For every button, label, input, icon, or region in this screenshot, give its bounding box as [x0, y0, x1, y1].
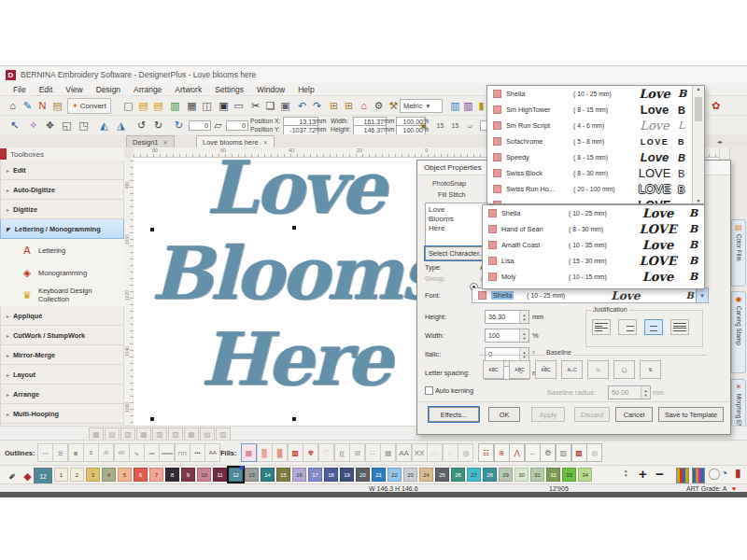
current-color-swatch[interactable]: 12: [34, 468, 52, 484]
dock-tab[interactable]: ▤ Color Film: [731, 219, 746, 287]
fill-stitch-button[interactable]: █: [272, 443, 288, 462]
palette-swatch[interactable]: 12: [229, 468, 243, 482]
embellishment-button[interactable]: ◍: [586, 443, 602, 462]
font-option[interactable]: Shella ( 10 - 25 mm) Love B: [487, 86, 693, 102]
fill-stitch-button[interactable]: ▩: [288, 443, 303, 462]
outline-stitch-button[interactable]: ▬▬: [159, 443, 175, 462]
width-input[interactable]: 100▲▼: [485, 329, 529, 343]
font-option[interactable]: Lisa ( 15 - 30 mm) LOVE B: [483, 253, 704, 269]
toolbox-tool[interactable]: ♛ Keyboard Design Collection: [0, 284, 124, 306]
pattern-icon[interactable]: ▦: [89, 427, 104, 441]
embellishment-button[interactable]: ⚙: [540, 443, 556, 462]
toolbox-section[interactable]: ▸Edit: [0, 161, 124, 180]
selection-handle[interactable]: [150, 228, 154, 231]
baseline-radius-input[interactable]: 50.00▲▼: [608, 385, 651, 399]
palette-swatch[interactable]: 26: [451, 468, 465, 482]
palette-swatch[interactable]: 27: [467, 468, 481, 482]
pattern-icon[interactable]: ▦: [184, 427, 199, 441]
selection-handle[interactable]: [150, 417, 154, 421]
discard-button[interactable]: Discard: [574, 407, 610, 422]
toolbox-section[interactable]: ▸CutWork / StumpWork: [0, 326, 124, 345]
outline-stitch-button[interactable]: ///: [98, 443, 114, 462]
selection-handle[interactable]: [292, 417, 296, 421]
baseline-button[interactable]: AB͜C: [509, 360, 530, 379]
palette-swatch[interactable]: 5: [118, 468, 132, 482]
font-option[interactable]: Amalfi Coast ( 10 - 35 mm) Love B: [483, 237, 704, 253]
justify-left-button[interactable]: [592, 319, 611, 335]
palette-swatch[interactable]: 3: [86, 468, 100, 482]
palette-swatch[interactable]: 13: [245, 468, 259, 482]
add-color-button[interactable]: +: [639, 466, 647, 482]
hoop-icon[interactable]: ▣: [415, 117, 432, 134]
palette-swatch[interactable]: 24: [419, 468, 433, 482]
embellishment-button[interactable]: ≋: [494, 443, 510, 462]
outline-stitch-button[interactable]: ≣: [68, 443, 84, 462]
thread-spool-icon[interactable]: ▮: [735, 467, 741, 480]
palette-swatch[interactable]: 23: [403, 468, 417, 482]
palette-swatch[interactable]: 21: [372, 468, 386, 482]
pattern-icon[interactable]: ▤: [105, 427, 120, 441]
dropdown-scrollbar[interactable]: ▲ ▼: [692, 86, 704, 203]
palette-swatch[interactable]: 29: [499, 468, 513, 482]
rotate-ccw45-icon[interactable]: ↺: [133, 117, 150, 134]
font-option[interactable]: Sm HighTower ( 8 - 15 mm) Love B: [487, 102, 693, 118]
fill-stitch-button[interactable]: ((: [334, 443, 350, 462]
flower-pot-icon[interactable]: ✿: [707, 97, 725, 115]
selection-handle[interactable]: [292, 226, 296, 230]
embellishment-button[interactable]: ☷: [478, 443, 494, 462]
palette-swatch[interactable]: 9: [181, 468, 195, 482]
outline-stitch-button[interactable]: ∿: [129, 443, 145, 462]
thread-chart-icon[interactable]: [692, 468, 705, 483]
palette-swatch[interactable]: 7: [149, 468, 163, 482]
font-option[interactable]: Sofachrome ( 5 - 8 mm) LOVE B: [487, 133, 693, 149]
remove-color-button[interactable]: −: [655, 466, 664, 482]
toolbox-section[interactable]: ▸Mirror-Merge: [0, 345, 124, 365]
menu-item[interactable]: Arrange: [134, 85, 162, 94]
paste-icon[interactable]: ▣: [276, 97, 294, 115]
palette-swatch[interactable]: 30: [514, 468, 529, 482]
baseline-button[interactable]: ⬭: [587, 360, 609, 379]
palette-swatch[interactable]: 32: [546, 468, 560, 482]
scroll-arrows-icon[interactable]: ◂▸: [717, 138, 723, 145]
fill-stitch-button[interactable]: ◍: [458, 443, 473, 462]
palette-swatch[interactable]: 18: [324, 468, 338, 482]
skew-angle-field[interactable]: 0: [226, 120, 248, 131]
print-preview-icon[interactable]: ◫: [198, 97, 216, 115]
palette-swatch[interactable]: 17: [308, 468, 322, 482]
color-wheel-icon[interactable]: ◔: [721, 467, 727, 480]
embroidery-lettering[interactable]: Love Blooms Here: [141, 145, 449, 402]
scale-down-icon[interactable]: ◱: [58, 117, 76, 134]
palette-swatch[interactable]: 10: [197, 468, 211, 482]
menu-item[interactable]: View: [65, 85, 82, 94]
card-reader-icon[interactable]: ▭: [230, 97, 247, 115]
effects-button[interactable]: Effects...: [429, 407, 479, 422]
embellishment-button[interactable]: ⋀: [509, 443, 525, 462]
palette-swatch[interactable]: 1: [54, 468, 68, 482]
font-option[interactable]: Speedy ( 8 - 15 mm) Love B: [487, 149, 693, 165]
palette-swatch[interactable]: 2: [70, 468, 84, 482]
embellishment-button[interactable]: ▩: [571, 443, 587, 462]
select-character-button[interactable]: Select Character...: [425, 246, 488, 260]
menu-item[interactable]: File: [13, 85, 26, 94]
toolbox-section[interactable]: ▸Multi-Hooping: [0, 404, 124, 424]
fill-stitch-button[interactable]: ♡: [318, 443, 334, 462]
toolbox-tool[interactable]: ◈ Monogramming: [0, 261, 124, 284]
convert-button[interactable]: ✦ Convert: [67, 98, 111, 114]
hide-colors-icon[interactable]: ◯: [708, 467, 720, 480]
toolbox-section[interactable]: ▸Auto-Digitize: [0, 180, 124, 200]
palette-spinner[interactable]: ▲▼: [624, 469, 627, 478]
menu-item[interactable]: Window: [257, 85, 285, 94]
fill-stitch-button[interactable]: ▦: [241, 443, 257, 462]
font-option[interactable]: Sm Run Script ( 4 - 6 mm) Love L: [487, 118, 693, 133]
menu-item[interactable]: Help: [298, 85, 314, 94]
fill-stitch-button[interactable]: AA: [396, 443, 412, 462]
toolbox-section[interactable]: ▸Digitize: [0, 200, 124, 219]
baseline-button[interactable]: ⇅: [640, 360, 661, 379]
rotate-cw45-icon[interactable]: ↻: [149, 117, 167, 134]
tab-photosnap[interactable]: PhotoSnap: [432, 179, 466, 188]
outline-stitch-button[interactable]: ⊓⊓: [175, 443, 190, 462]
save-to-template-button[interactable]: Save to Template: [658, 407, 724, 422]
save-design-icon[interactable]: ▥: [166, 97, 184, 115]
palette-swatch[interactable]: 16: [292, 468, 306, 482]
font-option[interactable]: Shella ( 10 - 25 mm) Love B: [483, 205, 704, 221]
